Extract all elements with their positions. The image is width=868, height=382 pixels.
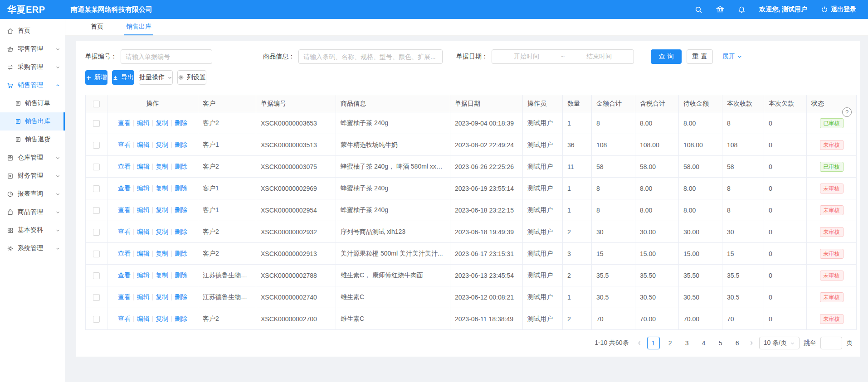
sidebar-item-finance[interactable]: 财务管理 <box>0 167 65 185</box>
reset-button[interactable]: 重置 <box>687 49 713 64</box>
action-delete-link[interactable]: 删除 <box>175 271 187 279</box>
batch-operations-button[interactable]: 批量操作 <box>139 70 173 85</box>
action-edit-link[interactable]: 编辑 <box>137 141 150 148</box>
action-edit-link[interactable]: 编辑 <box>137 228 150 235</box>
app-logo[interactable]: 华夏ERP <box>0 4 65 16</box>
jump-to-page-input[interactable] <box>820 337 842 349</box>
column-settings-button[interactable]: 列设置 <box>177 70 206 85</box>
action-copy-link[interactable]: 复制 <box>156 228 168 235</box>
sidebar-item-sales-order[interactable]: 销售订单 <box>0 94 65 112</box>
export-button[interactable]: 导出 <box>112 70 134 85</box>
action-edit-link[interactable]: 编辑 <box>137 250 150 257</box>
action-edit-link[interactable]: 编辑 <box>137 163 150 170</box>
tab-sales-outbound[interactable]: 销售出库 <box>124 19 153 35</box>
page-number-6[interactable]: 6 <box>731 337 744 349</box>
row-checkbox[interactable] <box>93 251 100 257</box>
row-checkbox[interactable] <box>93 294 100 301</box>
action-copy-link[interactable]: 复制 <box>156 141 168 148</box>
action-view-link[interactable]: 查看 <box>118 293 131 300</box>
page-size-select[interactable]: 10 条/页 <box>759 337 800 349</box>
action-delete-link[interactable]: 删除 <box>175 293 187 300</box>
action-view-link[interactable]: 查看 <box>118 184 131 192</box>
document-icon <box>15 118 21 125</box>
search-button[interactable]: 查询 <box>651 49 682 64</box>
page-number-3[interactable]: 3 <box>681 337 693 349</box>
action-delete-link[interactable]: 删除 <box>175 184 187 192</box>
search-icon[interactable] <box>695 6 702 14</box>
action-view-link[interactable]: 查看 <box>118 119 131 126</box>
action-delete-link[interactable]: 删除 <box>175 119 187 126</box>
action-delete-link[interactable]: 删除 <box>175 163 187 170</box>
sidebar-item-system[interactable]: 系统管理 <box>0 239 65 257</box>
action-edit-link[interactable]: 编辑 <box>137 271 150 279</box>
action-copy-link[interactable]: 复制 <box>156 206 168 213</box>
action-delete-link[interactable]: 删除 <box>175 315 187 322</box>
action-copy-link[interactable]: 复制 <box>156 315 168 322</box>
sidebar-item-purchase[interactable]: 采购管理 <box>0 58 65 76</box>
action-view-link[interactable]: 查看 <box>118 228 131 235</box>
row-checkbox[interactable] <box>93 207 100 214</box>
row-checkbox[interactable] <box>93 185 100 192</box>
action-delete-link[interactable]: 删除 <box>175 206 187 213</box>
date-range-input[interactable]: 开始时间 ~ 结束时间 <box>492 49 634 64</box>
cell-received: 8 <box>722 199 764 221</box>
notification-bell-icon[interactable] <box>738 6 746 14</box>
prev-page-icon[interactable] <box>636 340 643 346</box>
column-header-col-received: 本次收款 <box>722 95 764 112</box>
action-delete-link[interactable]: 删除 <box>175 250 187 257</box>
cell-product: 蜂蜜柚子茶 240g， 啤酒 580ml xxsxx <box>336 156 450 178</box>
action-delete-link[interactable]: 删除 <box>175 228 187 235</box>
action-copy-link[interactable]: 复制 <box>156 119 168 126</box>
page-number-2[interactable]: 2 <box>664 337 677 349</box>
action-edit-link[interactable]: 编辑 <box>137 184 150 192</box>
sidebar-item-sales-outbound[interactable]: 销售出库 <box>0 112 65 131</box>
sidebar-item-home[interactable]: 首页 <box>0 22 65 40</box>
tab-home[interactable]: 首页 <box>89 19 105 35</box>
sidebar-item-products[interactable]: 商品管理 <box>0 203 65 221</box>
sidebar-item-reports[interactable]: 报表查询 <box>0 185 65 203</box>
action-delete-link[interactable]: 删除 <box>175 141 187 148</box>
cell-qty: 36 <box>563 134 592 156</box>
row-checkbox[interactable] <box>93 142 100 149</box>
select-all-checkbox[interactable] <box>93 101 100 107</box>
action-copy-link[interactable]: 复制 <box>156 293 168 300</box>
sidebar-item-sales-return[interactable]: 销售退货 <box>0 131 65 149</box>
action-view-link[interactable]: 查看 <box>118 315 131 322</box>
action-edit-link[interactable]: 编辑 <box>137 119 150 126</box>
sidebar-item-basic-data[interactable]: 基本资料 <box>0 221 65 239</box>
action-view-link[interactable]: 查看 <box>118 271 131 279</box>
expand-filters-link[interactable]: 展开 <box>722 53 742 61</box>
row-checkbox[interactable] <box>93 316 100 323</box>
action-view-link[interactable]: 查看 <box>118 250 131 257</box>
row-checkbox[interactable] <box>93 120 100 127</box>
next-page-icon[interactable] <box>748 340 755 346</box>
cell-amount-tax: 58.00 <box>635 156 679 178</box>
logout-button[interactable]: 退出登录 <box>821 5 856 14</box>
doc-no-input[interactable] <box>121 49 212 64</box>
action-view-link[interactable]: 查看 <box>118 206 131 213</box>
sidebar-item-sales[interactable]: 销售管理 <box>0 76 65 94</box>
row-checkbox[interactable] <box>93 272 100 279</box>
row-checkbox[interactable] <box>93 164 100 170</box>
action-edit-link[interactable]: 编辑 <box>137 315 150 322</box>
page-number-4[interactable]: 4 <box>697 337 710 349</box>
page-number-1[interactable]: 1 <box>647 337 660 349</box>
add-button[interactable]: 新增 <box>85 70 107 85</box>
cell-receivable: 108.00 <box>679 134 722 156</box>
sidebar-item-warehouse[interactable]: 仓库管理 <box>0 149 65 167</box>
sidebar: 首页 零售管理 采购管理 销售管理 销售订单 销售出库 销售退货 仓库管理 财务… <box>0 19 65 382</box>
row-checkbox[interactable] <box>93 229 100 236</box>
help-icon[interactable]: ? <box>842 107 852 117</box>
action-copy-link[interactable]: 复制 <box>156 163 168 170</box>
action-view-link[interactable]: 查看 <box>118 141 131 148</box>
action-edit-link[interactable]: 编辑 <box>137 293 150 300</box>
product-info-input[interactable] <box>298 49 443 64</box>
action-copy-link[interactable]: 复制 <box>156 184 168 192</box>
page-number-5[interactable]: 5 <box>714 337 727 349</box>
action-copy-link[interactable]: 复制 <box>156 250 168 257</box>
sidebar-item-retail[interactable]: 零售管理 <box>0 40 65 58</box>
platform-bank-icon[interactable] <box>716 5 724 14</box>
action-copy-link[interactable]: 复制 <box>156 271 168 279</box>
action-view-link[interactable]: 查看 <box>118 163 131 170</box>
action-edit-link[interactable]: 编辑 <box>137 206 150 213</box>
